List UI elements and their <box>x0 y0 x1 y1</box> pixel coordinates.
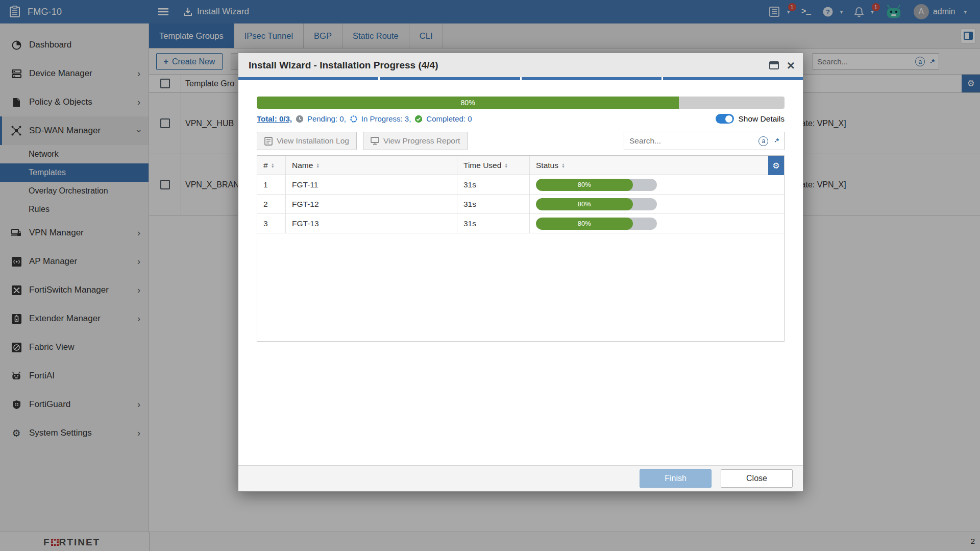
close-button[interactable]: Close <box>721 469 793 488</box>
modal-header: Install Wizard - Installation Progress (… <box>238 53 803 77</box>
clock-icon <box>296 115 304 123</box>
close-icon[interactable]: × <box>787 59 795 72</box>
check-circle-icon <box>414 115 423 123</box>
device-progress-bar: 80% <box>536 218 657 230</box>
spinner-icon <box>350 115 358 123</box>
maximize-icon[interactable] <box>769 61 779 69</box>
progress-table-header: # ▲▼ Name ▲▼ Time Used ▲▼ Status ▲▼ ⚙ <box>257 156 784 175</box>
view-installation-log-button[interactable]: View Installation Log <box>257 132 357 150</box>
device-row[interactable]: 3 FGT-13 31s 80% <box>257 214 784 233</box>
table-settings-button[interactable]: ⚙ <box>768 156 784 175</box>
modal-title: Install Wizard - Installation Progress (… <box>249 60 438 71</box>
progress-table: # ▲▼ Name ▲▼ Time Used ▲▼ Status ▲▼ ⚙ <box>257 155 785 342</box>
fuzzy-search-icon[interactable]: a <box>758 136 768 146</box>
stat-in-progress: In Progress: 3, <box>361 114 411 123</box>
regex-search-icon[interactable]: ▪* <box>774 137 779 145</box>
install-stats: Total: 0/3, Pending: 0, In Progress: 3, … <box>257 114 785 124</box>
show-details-label: Show Details <box>739 114 785 124</box>
device-progress-bar: 80% <box>536 198 657 210</box>
sort-icon: ▲▼ <box>561 163 565 168</box>
column-num[interactable]: # ▲▼ <box>257 156 286 175</box>
overall-progress-bar: 80% <box>257 97 785 109</box>
overall-progress-label: 80% <box>461 99 475 107</box>
modal-body: 80% Total: 0/3, Pending: 0, In Progress:… <box>238 80 803 465</box>
stat-completed: Completed: 0 <box>426 114 472 123</box>
sort-icon: ▲▼ <box>316 163 320 168</box>
device-row[interactable]: 1 FGT-11 31s 80% <box>257 175 784 195</box>
stat-total[interactable]: Total: 0/3, <box>257 114 292 123</box>
modal-search-input[interactable] <box>629 136 752 146</box>
column-status[interactable]: Status ▲▼ <box>530 156 784 175</box>
monitor-icon <box>371 137 379 145</box>
modal-footer: Finish Close <box>238 465 803 491</box>
sort-icon: ▲▼ <box>504 163 508 168</box>
column-time-used[interactable]: Time Used ▲▼ <box>457 156 530 175</box>
view-progress-report-button[interactable]: View Progress Report <box>363 132 468 150</box>
finish-button[interactable]: Finish <box>640 469 712 488</box>
log-document-icon <box>264 137 273 146</box>
sort-icon: ▲▼ <box>271 163 275 168</box>
device-row[interactable]: 2 FGT-12 31s 80% <box>257 195 784 214</box>
install-wizard-modal: Install Wizard - Installation Progress (… <box>238 53 803 492</box>
modal-toolbar: View Installation Log View Progress Repo… <box>257 132 785 150</box>
show-details-toggle[interactable] <box>716 114 734 124</box>
stat-pending: Pending: 0, <box>307 114 346 123</box>
device-progress-bar: 80% <box>536 179 657 191</box>
modal-search-box[interactable]: a ▪* <box>624 132 785 150</box>
column-name[interactable]: Name ▲▼ <box>286 156 457 175</box>
